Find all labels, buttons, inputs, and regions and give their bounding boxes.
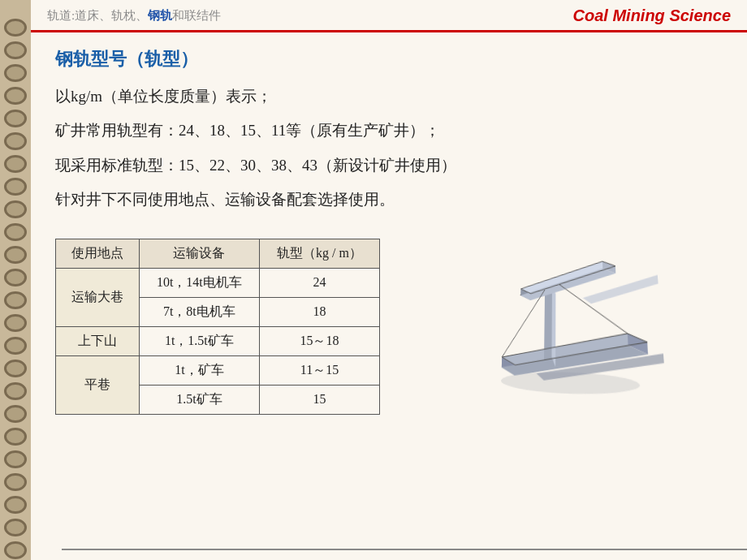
table-cell-location-1: 运输大巷 (56, 268, 140, 326)
spiral-ring (4, 223, 27, 241)
table-cell-equipment-3b: 1.5t矿车 (139, 385, 259, 414)
spiral-ring (4, 87, 27, 105)
body-line-4: 针对井下不同使用地点、运输设备配套选择使用。 (55, 187, 723, 212)
spiral-ring (4, 450, 27, 468)
table-cell-rail-3b: 15 (259, 385, 379, 414)
breadcrumb-pre: 轨道:道床、轨枕、 (47, 9, 148, 22)
spiral-ring (4, 64, 27, 82)
spiral-ring (4, 405, 27, 423)
table-row: 上下山 1t，1.5t矿车 15～18 (56, 326, 380, 355)
table-cell-location-3: 平巷 (56, 355, 140, 414)
table-cell-equipment-1b: 7t，8t电机车 (139, 297, 259, 326)
table-header-equipment: 运输设备 (139, 239, 259, 268)
breadcrumb-highlight-blue: 钢轨 (148, 9, 172, 22)
table-cell-rail-3a: 11～15 (259, 355, 379, 385)
body-content: 钢轨型号（轨型） 以kg/m（单位长度质量）表示； 矿井常用轨型有：24、18、… (31, 32, 747, 230)
body-line-1: 以kg/m（单位长度质量）表示； (55, 84, 723, 109)
spiral-ring (4, 541, 27, 559)
spiral-ring (4, 110, 27, 127)
spiral-ring (4, 382, 27, 400)
header-title: Coal Mining Science (573, 6, 731, 25)
spiral-binding (0, 0, 31, 560)
spiral-ring (4, 19, 27, 37)
body-line-2: 矿井常用轨型有：24、18、15、11等（原有生产矿井）； (55, 118, 723, 143)
table-header-location: 使用地点 (56, 239, 140, 268)
rail-type-table: 使用地点 运输设备 轨型（kg / m） 运输大巷 10t，14t电机车 24 … (55, 239, 380, 415)
spiral-ring (4, 246, 27, 264)
main-content: 轨道:道床、轨枕、钢轨和联结件 Coal Mining Science 钢轨型号… (31, 0, 747, 560)
bottom-section: 使用地点 运输设备 轨型（kg / m） 运输大巷 10t，14t电机车 24 … (31, 230, 747, 423)
table-row: 运输大巷 10t，14t电机车 24 (56, 268, 380, 297)
body-line-3: 现采用标准轨型：15、22、30、38、43（新设计矿井使用） (55, 153, 723, 178)
svg-marker-7 (551, 285, 555, 367)
spiral-ring (4, 200, 27, 218)
footer-line (62, 549, 747, 550)
breadcrumb: 轨道:道床、轨枕、钢轨和联结件 (47, 8, 221, 24)
spiral-ring (4, 291, 27, 309)
rail-svg (477, 227, 667, 405)
table-cell-location-2: 上下山 (56, 326, 140, 355)
breadcrumb-post: 和联结件 (172, 9, 221, 22)
table-row: 平巷 1t，矿车 11～15 (56, 355, 380, 385)
spiral-ring (4, 314, 27, 332)
section-title: 钢轨型号（轨型） (55, 47, 723, 71)
spiral-ring (4, 473, 27, 491)
table-cell-rail-1a: 24 (259, 268, 379, 297)
table-cell-equipment-1a: 10t，14t电机车 (139, 268, 259, 297)
spiral-ring (4, 269, 27, 286)
table-cell-rail-1b: 18 (259, 297, 379, 326)
spiral-ring (4, 132, 27, 150)
table-cell-rail-2: 15～18 (259, 326, 379, 355)
spiral-ring (4, 178, 27, 196)
spiral-ring (4, 155, 27, 173)
spiral-ring (4, 428, 27, 446)
spiral-ring (4, 519, 27, 536)
rail-illustration (396, 239, 723, 396)
spiral-ring (4, 41, 27, 59)
spiral-ring (4, 496, 27, 514)
table-cell-equipment-3a: 1t，矿车 (139, 355, 259, 385)
table-cell-equipment-2: 1t，1.5t矿车 (139, 326, 259, 355)
header: 轨道:道床、轨枕、钢轨和联结件 Coal Mining Science (31, 0, 747, 32)
spiral-ring (4, 337, 27, 355)
svg-line-14 (502, 290, 545, 357)
table-header-railtype: 轨型（kg / m） (259, 239, 379, 268)
spiral-ring (4, 360, 27, 377)
